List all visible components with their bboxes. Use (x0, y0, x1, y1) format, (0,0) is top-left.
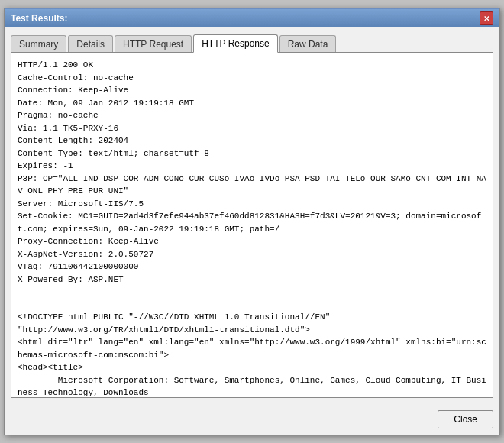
tab-http-request[interactable]: HTTP Request (115, 35, 192, 53)
window-title: Test Results: (11, 13, 67, 24)
tab-bar: Summary Details HTTP Request HTTP Respon… (11, 34, 493, 52)
response-content-area: HTTP/1.1 200 OK Cache-Control: no-cache … (11, 52, 493, 398)
response-text[interactable]: HTTP/1.1 200 OK Cache-Control: no-cache … (11, 53, 493, 397)
test-results-window: Test Results: ✕ Summary Details HTTP Req… (4, 8, 500, 435)
window-close-button[interactable]: ✕ (480, 11, 493, 25)
tab-http-response[interactable]: HTTP Response (193, 34, 277, 53)
bottom-bar: Close (5, 404, 499, 435)
title-bar: Test Results: ✕ (5, 9, 499, 27)
tab-details[interactable]: Details (68, 35, 113, 53)
close-button[interactable]: Close (438, 410, 493, 428)
window-content: Summary Details HTTP Request HTTP Respon… (5, 27, 499, 404)
window-close-icon: ✕ (483, 15, 489, 23)
tab-summary[interactable]: Summary (11, 35, 66, 53)
tab-raw-data[interactable]: Raw Data (279, 35, 337, 53)
